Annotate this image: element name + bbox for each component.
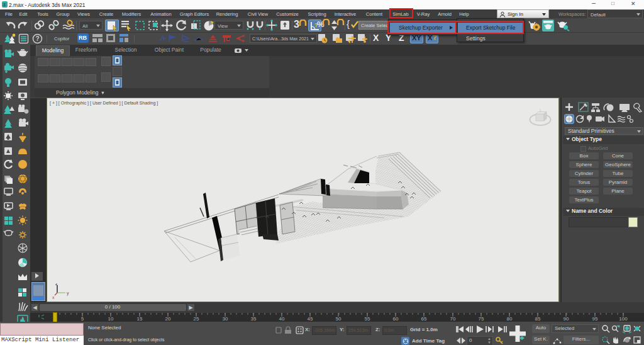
svg-text:3: 3 <box>3 2 6 8</box>
svg-text:90: 90 <box>564 316 569 322</box>
svg-text:70: 70 <box>450 316 456 322</box>
svg-text:85: 85 <box>535 316 541 322</box>
svg-text:15: 15 <box>137 316 143 322</box>
svg-text:45: 45 <box>308 316 313 322</box>
svg-text:80: 80 <box>507 316 513 322</box>
svg-text:30: 30 <box>223 316 228 322</box>
svg-text:60: 60 <box>393 316 399 322</box>
svg-text:75: 75 <box>479 316 484 322</box>
svg-text:50: 50 <box>336 316 341 322</box>
svg-text:65: 65 <box>421 316 427 322</box>
svg-text:55: 55 <box>365 316 370 322</box>
svg-text:25: 25 <box>194 316 199 322</box>
svg-text:100: 100 <box>619 316 628 322</box>
svg-text:95: 95 <box>592 316 598 322</box>
svg-text:35: 35 <box>251 316 257 322</box>
svg-text:5: 5 <box>81 316 84 322</box>
svg-text:40: 40 <box>279 316 285 322</box>
svg-text:20: 20 <box>165 316 171 322</box>
svg-text:10: 10 <box>108 316 114 322</box>
